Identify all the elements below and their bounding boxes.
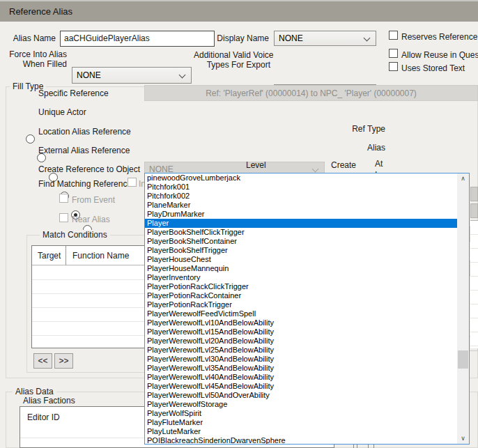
column-divider bbox=[65, 246, 66, 265]
dropdown-item[interactable]: Pitchfork002 bbox=[145, 192, 457, 201]
occluded-line-fragment bbox=[373, 445, 374, 448]
dropdown-item[interactable]: PlayerWerewolfLvl30AndBelowAbility bbox=[145, 355, 457, 364]
dropdown-item[interactable]: PlayFluteMarker bbox=[145, 418, 457, 427]
chevron-down-icon bbox=[364, 35, 371, 42]
dropdown-item[interactable]: PlayerHouseMannequin bbox=[145, 264, 457, 273]
force-into-alias-label-line1: Force Into Alias bbox=[7, 49, 67, 59]
match-conditions-label: Match Conditions bbox=[40, 230, 110, 240]
dropdown-item[interactable]: PlayerWerewolfLvl20AndBelowAbility bbox=[145, 337, 457, 346]
external-alias-label: External Alias Reference bbox=[38, 146, 130, 155]
dropdown-item[interactable]: PlayerHouseChest bbox=[145, 255, 457, 264]
display-name-value: NONE bbox=[279, 33, 303, 43]
near-alias-checkbox bbox=[59, 213, 68, 222]
column-header-function-name: Function Name bbox=[72, 251, 129, 261]
dropdown-item[interactable]: PlayerPotionRackTrigger bbox=[145, 300, 457, 309]
location-alias-label: Location Alias Reference bbox=[38, 127, 131, 137]
specific-reference-radio[interactable] bbox=[26, 134, 35, 144]
ref-type-label: Ref Type bbox=[334, 124, 385, 134]
alias-name-input[interactable]: aaCHGuidePlayerAlias bbox=[60, 31, 215, 47]
from-event-checkbox bbox=[59, 194, 68, 203]
reserves-reference-checkbox[interactable] bbox=[389, 31, 398, 40]
dropdown-item[interactable]: pinewoodGroveLumberjack bbox=[145, 173, 457, 183]
dropdown-item[interactable]: PlayerBookShelfTrigger bbox=[145, 246, 457, 255]
alias-factions-label: Alias Factions bbox=[23, 396, 75, 405]
reference-alias-dialog: Reference Alias Alias Name aaCHGuidePlay… bbox=[0, 0, 478, 448]
dropdown-item[interactable]: PlaneMarker bbox=[145, 201, 457, 210]
occluded-line-fragment bbox=[353, 445, 354, 448]
condition-move-up-button[interactable]: << bbox=[33, 353, 52, 369]
object-dropdown-list[interactable]: pinewoodGroveLumberjackPitchfork001Pitch… bbox=[144, 173, 470, 445]
alias-name-label: Alias Name bbox=[13, 33, 56, 43]
dropdown-item[interactable]: PlayerWolfSpirit bbox=[145, 409, 457, 418]
voice-types-label-line1: Additional Valid Voice bbox=[194, 50, 270, 60]
dropdown-item[interactable]: PlayerWerewolfLvl15AndBelowAbility bbox=[145, 327, 457, 337]
force-into-alias-label-line2: When Filled bbox=[7, 59, 67, 69]
dropdown-item[interactable]: PlayerBookShelfClickTrigger bbox=[145, 228, 457, 237]
dropdown-item[interactable]: PlayerPotionRackContainer bbox=[145, 291, 457, 300]
force-into-alias-select[interactable]: NONE bbox=[72, 67, 192, 84]
dropdown-item[interactable]: PlayerPotionRackClickTrigger bbox=[145, 282, 457, 291]
allow-reuse-checkbox[interactable] bbox=[389, 49, 398, 58]
column-header-editor-id: Editor ID bbox=[27, 412, 60, 422]
dropdown-item[interactable]: PlayerWerewolfLvl35AndBelowAbility bbox=[145, 364, 457, 373]
occluded-line-fragment bbox=[368, 445, 369, 448]
dropdown-item[interactable]: PlayerWerewolfLvl25AndBelowAbility bbox=[145, 346, 457, 355]
dropdown-item[interactable]: PlayerWerewolfStorage bbox=[145, 400, 457, 409]
uses-stored-text-label: Uses Stored Text bbox=[401, 63, 465, 73]
chevron-down-icon bbox=[179, 72, 186, 79]
level-label: Level bbox=[246, 160, 266, 170]
create-reference-label: Create Reference to Object bbox=[38, 164, 140, 174]
uses-stored-text-checkbox[interactable] bbox=[389, 62, 398, 71]
dropdown-item[interactable]: PlayLuteMarker bbox=[145, 427, 457, 436]
specific-reference-field: Ref: 'PlayerRef' (00000014) to NPC_ 'Pla… bbox=[144, 85, 478, 101]
occluded-control-fragment bbox=[470, 187, 478, 201]
create-label: Create bbox=[331, 160, 356, 170]
column-header-target: Target bbox=[38, 251, 61, 261]
dropdown-item[interactable]: PlayerWerewolfLvl10AndBelowAbility bbox=[145, 318, 457, 327]
dropdown-item[interactable]: Player bbox=[145, 219, 457, 228]
dropdown-item[interactable]: PlayerWerewolfLvl50AndOverAbility bbox=[145, 391, 457, 400]
scroll-down-icon[interactable]: ∨ bbox=[457, 433, 469, 444]
window-title: Reference Alias bbox=[0, 0, 478, 22]
find-matching-label: Find Matching Reference bbox=[38, 179, 132, 189]
display-name-select[interactable]: NONE bbox=[274, 31, 376, 46]
condition-move-down-button[interactable]: >> bbox=[54, 353, 73, 369]
dropdown-item[interactable]: PlayerWerewolfLvl45AndBelowAbility bbox=[145, 382, 457, 391]
find-in-checkbox bbox=[128, 178, 137, 187]
occluded-table-fragment bbox=[470, 220, 478, 348]
scrollbar-thumb[interactable] bbox=[458, 350, 468, 369]
dropdown-scrollbar[interactable]: ∧ ∨ bbox=[457, 173, 469, 444]
dropdown-list-items: pinewoodGroveLumberjackPitchfork001Pitch… bbox=[145, 173, 457, 444]
create-at-label: At bbox=[375, 159, 383, 169]
scroll-up-icon[interactable]: ∧ bbox=[457, 173, 469, 184]
dropdown-item[interactable]: PlayerWerewolfFeedVictimSpell bbox=[145, 309, 457, 318]
force-into-alias-value: NONE bbox=[77, 70, 101, 80]
specific-reference-label: Specific Reference bbox=[38, 88, 109, 98]
occluded-control-fragment bbox=[470, 203, 478, 218]
dropdown-item[interactable]: PlayerBookShelfContainer bbox=[145, 237, 457, 246]
from-event-label: From Event bbox=[72, 195, 115, 205]
alias-label: Alias bbox=[334, 143, 385, 153]
dropdown-item[interactable]: PlayerWerewolfLvl40AndBelowAbility bbox=[145, 373, 457, 382]
unique-actor-label: Unique Actor bbox=[38, 107, 86, 117]
dropdown-item[interactable]: Pitchfork001 bbox=[145, 183, 457, 192]
dropdown-item[interactable]: POIBlackreachSinderionDwarvenSphere bbox=[145, 436, 457, 444]
reserves-reference-label: Reserves Reference bbox=[401, 32, 477, 42]
voice-types-label-line2: Types For Export bbox=[194, 60, 270, 70]
near-alias-label: Near Alias bbox=[72, 215, 110, 224]
dropdown-item[interactable]: PlayerInventory bbox=[145, 273, 457, 282]
dropdown-item[interactable]: PlayDrumMarker bbox=[145, 210, 457, 219]
chevron-down-icon bbox=[312, 166, 319, 173]
occluded-line-fragment bbox=[357, 445, 357, 448]
allow-reuse-label: Allow Reuse in Quest bbox=[401, 50, 478, 60]
display-name-label: Display Name bbox=[215, 33, 269, 43]
